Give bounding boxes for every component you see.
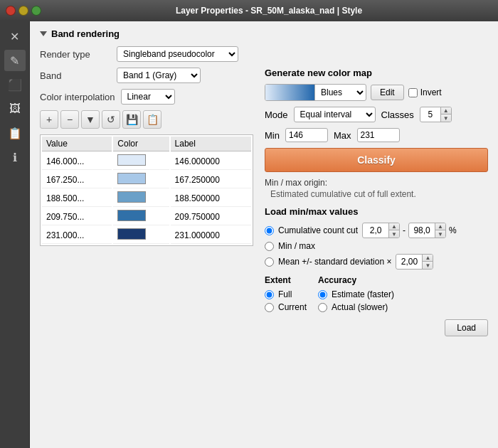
classes-label: Classes	[381, 110, 414, 120]
cell-value: 167.250...	[42, 171, 112, 188]
band-label: Band	[40, 70, 111, 81]
main-content: Band rendering Render type Singleband ps…	[30, 21, 498, 448]
cumulative-min-input[interactable]	[363, 224, 388, 237]
sidebar-icon-render[interactable]: 🖼	[4, 98, 26, 119]
cell-value: 146.000...	[42, 153, 112, 170]
copy-button[interactable]: 📋	[143, 110, 161, 129]
color-interp-select[interactable]: Linear	[121, 89, 175, 105]
mode-row: Mode Equal interval Classes ▲ ▼	[265, 107, 488, 122]
cell-color[interactable]	[113, 153, 169, 170]
accuracy-estimate-radio[interactable]	[318, 290, 327, 299]
max-label: Max	[334, 130, 351, 141]
band-row: Band Band 1 (Gray)	[40, 68, 253, 83]
color-table: Value Color Label 146.000... 146.000000 …	[40, 134, 253, 246]
cumulative-min-arrows[interactable]: ▲ ▼	[388, 223, 399, 238]
sort-button[interactable]: ▼	[81, 110, 100, 129]
stddev-down[interactable]: ▼	[423, 262, 433, 269]
reload-button[interactable]: ↺	[102, 110, 120, 129]
sidebar-icon-style[interactable]: ✎	[4, 50, 26, 71]
stddev-up[interactable]: ▲	[423, 255, 433, 262]
cumulative-min-spinbox[interactable]: ▲ ▼	[362, 223, 400, 238]
classes-spinbox[interactable]: ▲ ▼	[420, 107, 452, 122]
table-row[interactable]: 188.500... 188.500000	[42, 190, 251, 207]
cumulative-row: Cumulative count cut ▲ ▼ -	[265, 223, 488, 238]
stddev-radio[interactable]	[265, 257, 274, 267]
accuracy-header: Accuracy	[318, 275, 394, 285]
max-input[interactable]	[357, 128, 400, 142]
cumulative-max-arrows[interactable]: ▲ ▼	[435, 223, 445, 238]
classify-button[interactable]: Classify	[265, 148, 488, 172]
edit-colormap-button[interactable]: Edit	[371, 85, 404, 100]
sidebar: ✕ ✎ ⬛ 🖼 📋 ℹ	[0, 21, 30, 448]
minmax-radio-row: Min / max	[265, 241, 488, 251]
table-row[interactable]: 231.000... 231.000000	[42, 227, 251, 244]
extent-current-radio[interactable]	[265, 303, 274, 312]
accuracy-estimate-row: Estimate (faster)	[318, 289, 394, 299]
window-controls[interactable]	[6, 6, 41, 16]
cell-color[interactable]	[113, 227, 169, 244]
color-interp-row: Color interpolation Linear	[40, 89, 253, 105]
cell-color[interactable]	[113, 171, 169, 188]
load-minmax-header: Load min/max values	[265, 206, 488, 217]
extent-current-label: Current	[278, 302, 307, 312]
table-row[interactable]: 167.250... 167.250000	[42, 171, 251, 188]
cumulative-min-down[interactable]: ▼	[389, 230, 399, 238]
classes-up-button[interactable]: ▲	[441, 107, 451, 114]
cumulative-max-up[interactable]: ▲	[435, 223, 445, 230]
classes-input[interactable]	[420, 108, 440, 121]
cell-value: 188.500...	[42, 190, 112, 207]
classes-down-button[interactable]: ▼	[441, 114, 451, 122]
cumulative-max-spinbox[interactable]: ▲ ▼	[408, 223, 446, 238]
min-input[interactable]	[285, 128, 328, 142]
invert-checkbox[interactable]	[408, 88, 418, 97]
save-button[interactable]: 💾	[122, 110, 141, 129]
sidebar-icon-pointer[interactable]: ✕	[4, 26, 26, 47]
band-select[interactable]: Band 1 (Gray)	[117, 68, 201, 83]
colormap-row: Blues Edit Invert	[265, 84, 488, 101]
stddev-input[interactable]	[396, 255, 422, 268]
stddev-spinbox[interactable]: ▲ ▼	[396, 254, 433, 270]
cumulative-max-input[interactable]	[409, 224, 435, 237]
accuracy-actual-radio[interactable]	[318, 303, 327, 312]
window-title: Layer Properties - SR_50M_alaska_nad | S…	[46, 6, 492, 16]
extent-full-label: Full	[278, 289, 292, 299]
cumulative-max-down[interactable]: ▼	[435, 230, 445, 238]
cell-label: 188.500000	[171, 190, 251, 207]
cumulative-dash: -	[403, 225, 406, 235]
maximize-button[interactable]	[31, 6, 41, 16]
stddev-label: Mean +/- standard deviation ×	[278, 257, 391, 267]
add-entry-button[interactable]: +	[40, 110, 58, 129]
render-type-select[interactable]: Singleband pseudocolor	[117, 46, 238, 62]
table-row[interactable]: 146.000... 146.000000	[42, 153, 251, 170]
cell-color[interactable]	[113, 190, 169, 207]
extent-full-radio[interactable]	[265, 290, 274, 299]
extent-full-row: Full	[265, 289, 307, 299]
sidebar-icon-layer[interactable]: ⬛	[4, 74, 26, 95]
cumulative-min-up[interactable]: ▲	[389, 223, 399, 230]
accuracy-estimate-label: Estimate (faster)	[332, 289, 394, 299]
minimize-button[interactable]	[18, 6, 28, 16]
stddev-arrows[interactable]: ▲ ▼	[422, 255, 433, 269]
render-type-label: Render type	[40, 49, 111, 60]
cell-color[interactable]	[113, 208, 169, 225]
sidebar-icon-info[interactable]: ℹ	[4, 146, 26, 168]
cumulative-radio[interactable]	[265, 226, 274, 235]
origin-sub: Estimated cumulative cut of full extent.	[270, 189, 488, 199]
load-button[interactable]: Load	[445, 319, 488, 336]
colormap-select[interactable]: Blues	[315, 85, 366, 100]
accuracy-actual-row: Actual (slower)	[318, 302, 394, 312]
cell-label: 209.750000	[171, 208, 251, 225]
close-button[interactable]	[6, 6, 16, 16]
band-rendering-label: Band rendering	[51, 28, 120, 39]
mode-select[interactable]: Equal interval	[294, 107, 376, 122]
cell-label: 231.000000	[171, 227, 251, 244]
minmax-radio[interactable]	[265, 242, 274, 251]
titlebar: Layer Properties - SR_50M_alaska_nad | S…	[0, 0, 498, 21]
colormap-select-wrap[interactable]: Blues	[265, 84, 366, 101]
table-row[interactable]: 209.750... 209.750000	[42, 208, 251, 225]
remove-entry-button[interactable]: −	[60, 110, 79, 129]
classes-arrows[interactable]: ▲ ▼	[440, 107, 451, 122]
percent-label: %	[449, 225, 457, 235]
sidebar-icon-metadata[interactable]: 📋	[4, 122, 26, 144]
collapse-icon[interactable]	[40, 31, 47, 36]
